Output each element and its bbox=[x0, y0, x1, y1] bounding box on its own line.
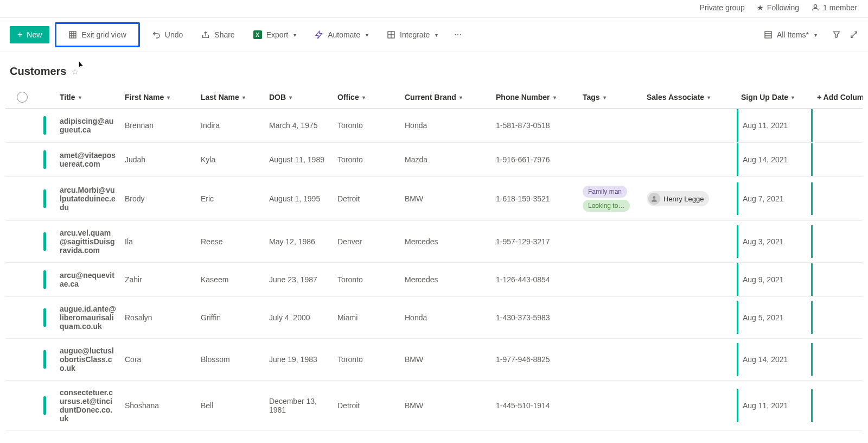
cell-phone[interactable]: 1-977-946-8825 bbox=[492, 339, 578, 381]
tag-pill[interactable]: Family man bbox=[583, 186, 627, 198]
cell-sales-associate[interactable] bbox=[642, 297, 737, 339]
row-select[interactable] bbox=[5, 221, 39, 263]
cell-signup-date[interactable]: Aug 11, 2021 bbox=[737, 381, 813, 431]
column-header-last-name[interactable]: Last Name▾ bbox=[196, 86, 265, 109]
column-header-first-name[interactable]: First Name▾ bbox=[120, 86, 196, 109]
cell-dob[interactable]: March 4, 1975 bbox=[265, 109, 333, 143]
filter-icon[interactable] bbox=[832, 30, 841, 39]
cell-phone[interactable]: 1-126-443-0854 bbox=[492, 263, 578, 297]
cell-title[interactable]: consectetuer.cursus.et@tinciduntDonec.co… bbox=[55, 381, 120, 431]
cell-sales-associate[interactable]: Henry Legge bbox=[642, 177, 737, 221]
cell-brand[interactable]: BMW bbox=[400, 177, 492, 221]
cell-phone[interactable]: 1-916-661-7976 bbox=[492, 143, 578, 177]
row-select[interactable] bbox=[5, 109, 39, 143]
cell-office[interactable]: Detroit bbox=[333, 381, 400, 431]
cell-office[interactable]: Denver bbox=[333, 221, 400, 263]
cell-title[interactable]: augue@luctuslobortisClass.co.uk bbox=[55, 339, 120, 381]
cell-last-name[interactable]: Kyla bbox=[196, 143, 265, 177]
cell-office[interactable]: Detroit bbox=[333, 177, 400, 221]
cell-first-name[interactable]: Judah bbox=[120, 143, 196, 177]
new-button[interactable]: + New bbox=[10, 26, 49, 43]
cell-last-name[interactable]: Bell bbox=[196, 381, 265, 431]
table-row[interactable]: adipiscing@augueut.caBrennanIndiraMarch … bbox=[5, 109, 863, 143]
row-select[interactable] bbox=[5, 143, 39, 177]
cell-dob[interactable]: July 4, 2000 bbox=[265, 297, 333, 339]
cell-dob[interactable]: August 11, 1989 bbox=[265, 143, 333, 177]
cell-sales-associate[interactable] bbox=[642, 143, 737, 177]
cell-dob[interactable]: August 1, 1995 bbox=[265, 177, 333, 221]
integrate-button[interactable]: Integrate ▾ bbox=[380, 27, 444, 43]
cell-tags[interactable] bbox=[578, 221, 642, 263]
cell-tags[interactable] bbox=[578, 109, 642, 143]
table-row[interactable]: arcu.vel.quam@sagittisDuisgravida.comIla… bbox=[5, 221, 863, 263]
cell-brand[interactable]: Mercedes bbox=[400, 263, 492, 297]
cell-title[interactable]: arcu@nequevitae.ca bbox=[55, 263, 120, 297]
column-header-brand[interactable]: Current Brand▾ bbox=[400, 86, 492, 109]
cell-office[interactable]: Toronto bbox=[333, 263, 400, 297]
cell-tags[interactable] bbox=[578, 143, 642, 177]
column-header-office[interactable]: Office▾ bbox=[333, 86, 400, 109]
table-row[interactable]: amet@vitaeposuereat.comJudahKylaAugust 1… bbox=[5, 143, 863, 177]
cell-sales-associate[interactable] bbox=[642, 381, 737, 431]
cell-phone[interactable]: 1-581-873-0518 bbox=[492, 109, 578, 143]
cell-last-name[interactable]: Griffin bbox=[196, 297, 265, 339]
row-select[interactable] bbox=[5, 381, 39, 431]
column-header-tags[interactable]: Tags▾ bbox=[578, 86, 642, 109]
share-button[interactable]: Share bbox=[195, 27, 241, 43]
cell-office[interactable]: Toronto bbox=[333, 143, 400, 177]
table-row[interactable]: augue@luctuslobortisClass.co.ukCoraBloss… bbox=[5, 339, 863, 381]
cell-title[interactable]: arcu.Morbi@vulputateduinec.edu bbox=[55, 177, 120, 221]
undo-button[interactable]: Undo bbox=[145, 27, 189, 43]
cell-tags[interactable]: Family manLooking to… bbox=[578, 177, 642, 221]
table-row[interactable]: augue.id.ante@liberomaurisaliquam.co.ukR… bbox=[5, 297, 863, 339]
row-select[interactable] bbox=[5, 177, 39, 221]
column-header-signup[interactable]: Sign Up Date▾ bbox=[737, 86, 813, 109]
column-header-title[interactable]: Title▾ bbox=[55, 86, 120, 109]
cell-sales-associate[interactable] bbox=[642, 263, 737, 297]
table-row[interactable]: arcu@nequevitae.caZahirKaseemJune 23, 19… bbox=[5, 263, 863, 297]
cell-last-name[interactable]: Eric bbox=[196, 177, 265, 221]
column-header-phone[interactable]: Phone Number▾ bbox=[492, 86, 578, 109]
cell-brand[interactable]: Honda bbox=[400, 109, 492, 143]
cell-sales-associate[interactable] bbox=[642, 339, 737, 381]
cell-brand[interactable]: Mercedes bbox=[400, 221, 492, 263]
cell-title[interactable]: amet@vitaeposuereat.com bbox=[55, 143, 120, 177]
expand-icon[interactable] bbox=[850, 30, 858, 39]
cell-first-name[interactable]: Brennan bbox=[120, 109, 196, 143]
select-all-header[interactable] bbox=[5, 86, 39, 109]
cell-signup-date[interactable]: Aug 14, 2021 bbox=[737, 143, 813, 177]
cell-brand[interactable]: Honda bbox=[400, 297, 492, 339]
cell-sales-associate[interactable] bbox=[642, 109, 737, 143]
exit-grid-view-button[interactable]: Exit grid view bbox=[59, 25, 136, 45]
cell-title[interactable]: arcu.vel.quam@sagittisDuisgravida.com bbox=[55, 221, 120, 263]
cell-signup-date[interactable]: Aug 11, 2021 bbox=[737, 109, 813, 143]
cell-first-name[interactable]: Shoshana bbox=[120, 381, 196, 431]
cell-office[interactable]: Miami bbox=[333, 297, 400, 339]
cell-signup-date[interactable]: Aug 9, 2021 bbox=[737, 263, 813, 297]
cell-first-name[interactable]: Zahir bbox=[120, 263, 196, 297]
cell-phone[interactable]: 1-957-129-3217 bbox=[492, 221, 578, 263]
column-header-dob[interactable]: DOB▾ bbox=[265, 86, 333, 109]
cell-dob[interactable]: June 19, 1983 bbox=[265, 339, 333, 381]
cell-last-name[interactable]: Reese bbox=[196, 221, 265, 263]
cell-sales-associate[interactable] bbox=[642, 221, 737, 263]
cell-tags[interactable] bbox=[578, 339, 642, 381]
cell-first-name[interactable]: Brody bbox=[120, 177, 196, 221]
cell-last-name[interactable]: Kaseem bbox=[196, 263, 265, 297]
cell-phone[interactable]: 1-430-373-5983 bbox=[492, 297, 578, 339]
cell-dob[interactable]: June 23, 1987 bbox=[265, 263, 333, 297]
following-toggle[interactable]: ★ Following bbox=[757, 3, 799, 12]
column-header-sales-associate[interactable]: Sales Associate▾ bbox=[642, 86, 737, 109]
grid-container[interactable]: Title▾ First Name▾ Last Name▾ DOB▾ Offic… bbox=[5, 86, 863, 434]
cell-signup-date[interactable]: Aug 3, 2021 bbox=[737, 221, 813, 263]
cell-phone[interactable]: 1-445-510-1914 bbox=[492, 381, 578, 431]
row-select[interactable] bbox=[5, 339, 39, 381]
row-select[interactable] bbox=[5, 297, 39, 339]
cell-brand[interactable]: BMW bbox=[400, 339, 492, 381]
cell-office[interactable]: Toronto bbox=[333, 109, 400, 143]
cell-first-name[interactable]: Ila bbox=[120, 221, 196, 263]
add-column-button[interactable]: + Add Column▾ bbox=[813, 86, 863, 109]
members-button[interactable]: 1 member bbox=[811, 3, 857, 12]
view-switcher[interactable]: All Items* ▾ bbox=[757, 27, 824, 43]
cell-last-name[interactable]: Indira bbox=[196, 109, 265, 143]
